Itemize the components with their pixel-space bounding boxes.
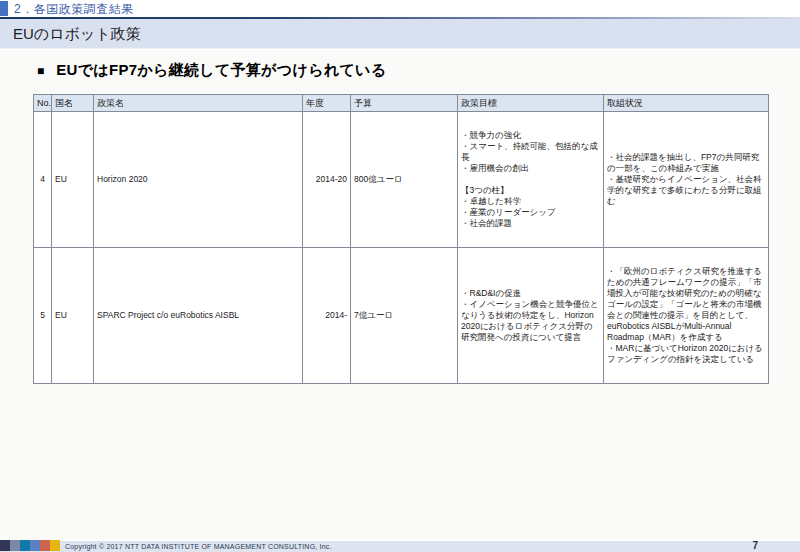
cell-policy-name: Horizon 2020: [94, 112, 303, 248]
cell-initiative-status: ・「欧州のロボティクス研究を推進するための共通フレームワークの提示」「市場投入が…: [604, 248, 769, 384]
col-header-year: 年度: [303, 95, 351, 112]
col-header-budget: 予算: [351, 95, 458, 112]
col-header-no: No.: [34, 95, 52, 112]
cell-year: 2014-: [303, 248, 351, 384]
col-header-country: 国名: [52, 95, 94, 112]
top-bar: 2．各国政策調査結果: [0, 0, 800, 17]
cell-budget: 800億ユーロ: [351, 112, 458, 248]
slide-page: 2．各国政策調査結果 EUのロボット政策 ■ EUではFP7から継続して予算がつ…: [0, 0, 800, 552]
cell-no: 4: [34, 112, 52, 248]
cell-country: EU: [52, 112, 94, 248]
cell-policy-name: SPARC Project c/o euRobotics AISBL: [94, 248, 303, 384]
slide-heading-text: EUではFP7から継続して予算がつけられている: [56, 61, 386, 80]
table-row: 5 EU SPARC Project c/o euRobotics AISBL …: [34, 248, 769, 384]
square-bullet-icon: ■: [37, 65, 44, 77]
breadcrumb: 2．各国政策調査結果: [14, 1, 134, 18]
accent-square: [20, 540, 30, 551]
cell-policy-goals: ・R&D&Iの促進 ・イノベーション機会と競争優位となりうる技術の特定をし、Ho…: [458, 248, 604, 384]
cell-budget: 7億ユーロ: [351, 248, 458, 384]
copyright-text: Copyright © 2017 NTT DATA INSTITUTE OF M…: [65, 541, 332, 552]
slide-heading: ■ EUではFP7から継続して予算がつけられている: [37, 61, 386, 80]
cell-country: EU: [52, 248, 94, 384]
accent-square: [40, 540, 50, 551]
table-header-row: No. 国名 政策名 年度 予算 政策目標 取組状況: [34, 95, 769, 112]
policy-table: No. 国名 政策名 年度 予算 政策目標 取組状況 4 EU Horizon …: [33, 94, 769, 384]
section-title-band: EUのロボット政策: [0, 19, 800, 49]
col-header-policy-goals: 政策目標: [458, 95, 604, 112]
col-header-policy-name: 政策名: [94, 95, 303, 112]
breadcrumb-accent-square: [0, 1, 8, 16]
accent-square: [50, 540, 60, 551]
cell-year: 2014-20: [303, 112, 351, 248]
cell-no: 5: [34, 248, 52, 384]
accent-square: [10, 540, 20, 551]
cell-policy-goals: ・競争力の強化 ・スマート、持続可能、包括的な成長 ・雇用機会の創出 【3つの柱…: [458, 112, 604, 248]
page-number: 7: [752, 540, 758, 552]
footer-accent-squares: [0, 540, 60, 551]
col-header-initiative-status: 取組状況: [604, 95, 769, 112]
cell-initiative-status: ・社会的課題を抽出し、FP7の共同研究の一部を、この枠組みで実施 ・基礎研究から…: [604, 112, 769, 248]
accent-square: [0, 540, 10, 551]
table-row: 4 EU Horizon 2020 2014-20 800億ユーロ ・競争力の強…: [34, 112, 769, 248]
page-title: EUのロボット政策: [13, 19, 141, 48]
accent-square: [30, 540, 40, 551]
